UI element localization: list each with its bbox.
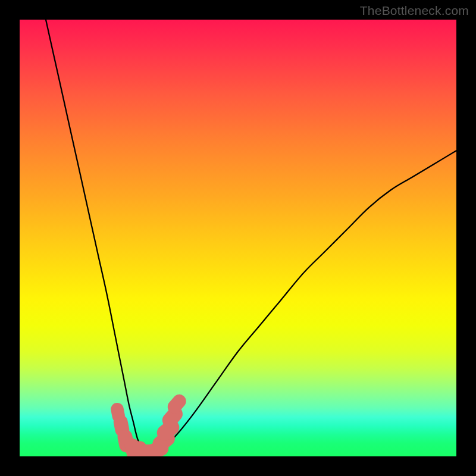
curve-svg bbox=[20, 20, 456, 456]
plot-area bbox=[20, 20, 456, 456]
chart-frame: TheBottleneck.com bbox=[0, 0, 476, 476]
bottleneck-curve bbox=[46, 20, 456, 452]
curve-markers bbox=[109, 392, 189, 456]
watermark-text: TheBottleneck.com bbox=[360, 4, 469, 18]
